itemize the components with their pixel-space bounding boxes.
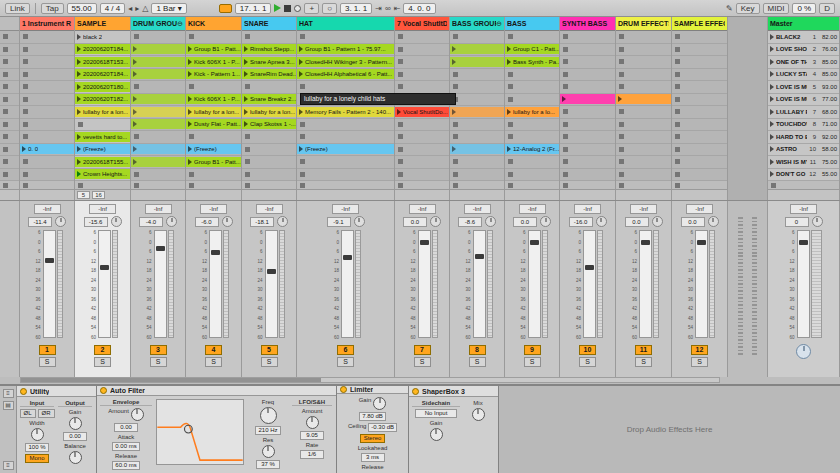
track-header-1[interactable]: 1 Instrument R (20, 17, 74, 31)
clip[interactable]: Bass Synth - Pa... (505, 57, 559, 67)
clip-slot[interactable] (242, 144, 296, 157)
clip-launch-icon[interactable] (507, 146, 511, 152)
volume-fader-handle[interactable] (343, 255, 352, 260)
clip-stop-button[interactable] (675, 109, 680, 114)
clip-stop-button[interactable] (3, 84, 8, 89)
clip-stop-button[interactable] (675, 34, 680, 39)
horizontal-scrollbar[interactable] (20, 377, 720, 383)
loop-length-display[interactable]: 4. 0. 0 (403, 3, 435, 14)
clip-slot[interactable] (560, 81, 615, 94)
clip[interactable] (560, 94, 615, 104)
clip-slot[interactable] (616, 81, 671, 94)
peak-level-display[interactable]: -Inf (200, 204, 227, 214)
clip-launch-icon[interactable] (77, 171, 81, 177)
lfo-amount-value[interactable]: 9.05 (300, 431, 324, 440)
clip-stop-button[interactable] (245, 84, 250, 89)
clip-stop-button[interactable] (134, 134, 139, 139)
track-header-12[interactable]: SAMPLE EFFECTS (672, 17, 727, 31)
overdub-button[interactable]: + (304, 3, 319, 14)
device-auto-filter-titlebar[interactable]: Auto Filter (97, 386, 336, 396)
clip-slot[interactable] (616, 31, 671, 44)
phase-left-button[interactable]: ØL (20, 409, 36, 418)
clip-slot[interactable] (75, 119, 130, 132)
solo-button[interactable]: S (524, 357, 541, 367)
solo-button[interactable]: S (205, 357, 222, 367)
clip-stop-button[interactable] (398, 72, 403, 77)
clip-slot[interactable] (395, 156, 449, 169)
clip-stop-button[interactable] (23, 97, 28, 102)
clip-stop-button[interactable] (508, 72, 513, 77)
clip-slot[interactable]: lullaby for a lon... (242, 106, 296, 119)
clip-launch-icon[interactable] (299, 46, 303, 52)
clip-slot[interactable] (560, 44, 615, 57)
clip-slot[interactable] (450, 144, 504, 157)
clip-launch-icon[interactable] (507, 46, 511, 52)
peak-level-display[interactable]: -Inf (256, 204, 283, 214)
track-activator-button[interactable]: 9 (524, 345, 541, 355)
clip-stop-button[interactable] (563, 172, 568, 177)
clip-slot[interactable] (131, 44, 185, 57)
follow-button[interactable] (219, 4, 232, 13)
clip-slot[interactable] (672, 119, 727, 132)
clip-launch-icon[interactable] (299, 71, 303, 77)
clip[interactable]: 20200618T155... (75, 157, 130, 167)
clip-stop-button[interactable] (619, 122, 624, 127)
stop-all-clips-button[interactable] (189, 183, 194, 188)
scene-row-7[interactable]: LULLABY FOR.768.00 (768, 106, 839, 119)
clip[interactable] (616, 94, 671, 104)
volume-fader-handle[interactable] (585, 265, 594, 270)
clip-slot[interactable] (395, 131, 449, 144)
scene-launch-icon[interactable] (770, 59, 774, 65)
play-button[interactable] (274, 4, 281, 12)
stop-all-clips-button[interactable] (134, 183, 139, 188)
device-limiter-titlebar[interactable]: Limiter (337, 386, 408, 394)
clip-launch-icon[interactable] (188, 121, 192, 127)
key-map-button[interactable]: Key (736, 3, 760, 14)
tap-tempo-button[interactable]: Tap (41, 3, 64, 14)
pan-knob[interactable] (111, 216, 122, 227)
clip-slot[interactable]: Crown Heights... (75, 169, 130, 182)
peak-level-display[interactable]: -Inf (34, 204, 61, 214)
clip-stop-button[interactable] (508, 159, 513, 164)
clip-stop-button[interactable] (23, 172, 28, 177)
clip[interactable]: Dusty Flat - Patt... (186, 119, 241, 129)
solo-button[interactable]: S (579, 357, 596, 367)
volume-db-display[interactable]: 0.0 (403, 217, 427, 227)
clip-launch-icon[interactable] (188, 46, 192, 52)
stop-all-clips-button[interactable] (453, 183, 458, 188)
scene-row-2[interactable]: LOVE SHOWS276.00 (768, 44, 839, 57)
clip-slot[interactable] (395, 31, 449, 44)
tempo-display[interactable]: 55.00 (67, 3, 97, 14)
scene-launch-icon[interactable] (770, 84, 774, 90)
clip[interactable]: (Freeze) (297, 144, 394, 154)
clip-slot[interactable] (131, 56, 185, 69)
clip[interactable]: Group C1 - Patt... (505, 44, 559, 54)
clip[interactable] (131, 94, 185, 104)
clip-slot[interactable] (131, 144, 185, 157)
clip-launch-icon[interactable] (507, 109, 511, 115)
clip-slot[interactable]: 20200620T184... (75, 44, 130, 57)
device-shaperbox-titlebar[interactable]: ShaperBox 3 (409, 386, 498, 397)
clip-slot[interactable] (131, 169, 185, 182)
pan-knob[interactable] (708, 216, 719, 227)
clip-stop-button[interactable] (675, 122, 680, 127)
clip-slot[interactable] (616, 156, 671, 169)
release-value[interactable]: 60.0 ms (112, 461, 139, 470)
device-on-toggle[interactable] (412, 388, 419, 395)
clip-launch-icon[interactable] (397, 109, 401, 115)
clip-slot[interactable] (20, 156, 74, 169)
solo-button[interactable]: S (150, 357, 167, 367)
env-amount-knob[interactable] (131, 408, 144, 421)
clip-slot[interactable] (20, 131, 74, 144)
clip-stop-button[interactable] (245, 159, 250, 164)
clip-stop-button[interactable] (675, 59, 680, 64)
clip-stop-button[interactable] (189, 134, 194, 139)
volume-fader-handle[interactable] (211, 250, 220, 255)
clip-stop-button[interactable] (78, 122, 83, 127)
clip-slot[interactable] (242, 169, 296, 182)
peak-level-display[interactable]: -Inf (790, 204, 817, 214)
clip[interactable]: Vocal ShutItDo... (395, 107, 449, 117)
clip-stop-button[interactable] (134, 34, 139, 39)
clip-launch-icon[interactable] (452, 109, 456, 115)
clip[interactable]: lullaby for a lon... (242, 107, 296, 117)
